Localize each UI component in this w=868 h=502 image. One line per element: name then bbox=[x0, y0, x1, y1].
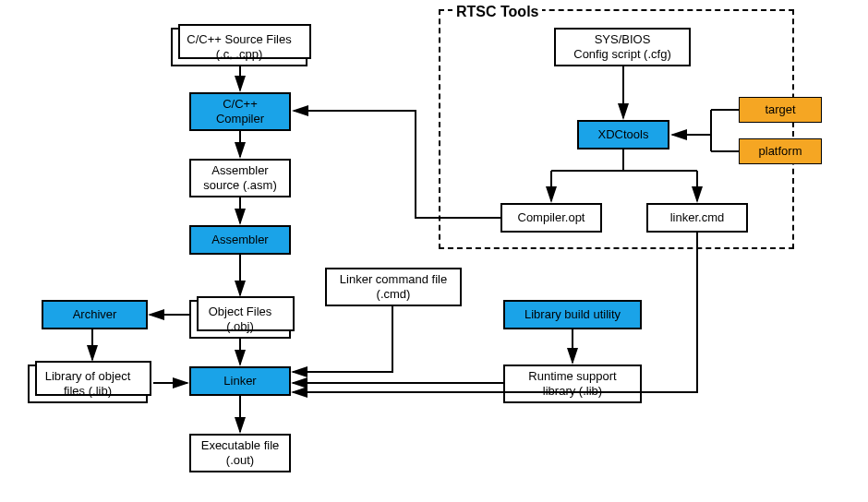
label: Library build utility bbox=[524, 307, 621, 322]
label: Library of object bbox=[45, 369, 131, 383]
label: Executable file bbox=[201, 438, 280, 452]
label: (.c, .cpp) bbox=[216, 47, 263, 61]
label: Compiler bbox=[216, 112, 264, 126]
label: library (.lib) bbox=[543, 384, 602, 398]
node-linker-cmd-file: Linker command file (.cmd) bbox=[325, 268, 462, 306]
node-executable: Executable file (.out) bbox=[189, 434, 291, 472]
node-source-files: C/C++ Source Files (.c, .cpp) bbox=[171, 28, 307, 66]
label: Config script (.cfg) bbox=[573, 47, 670, 61]
label: Compiler.opt bbox=[518, 210, 585, 225]
node-linker: Linker bbox=[189, 366, 291, 396]
label: linker.cmd bbox=[670, 210, 725, 225]
node-linker-cmd-out: linker.cmd bbox=[646, 203, 748, 233]
label: (.out) bbox=[226, 453, 254, 467]
label: Linker command file bbox=[340, 272, 447, 286]
node-runtime-lib: Runtime support library (.lib) bbox=[503, 365, 642, 403]
label: Assembler bbox=[211, 163, 268, 177]
node-compiler-opt: Compiler.opt bbox=[500, 203, 602, 233]
node-compiler: C/C++ Compiler bbox=[189, 92, 291, 131]
label: (.obj) bbox=[226, 319, 254, 333]
label: Linker bbox=[223, 374, 256, 388]
label: XDCtools bbox=[598, 127, 649, 142]
node-archiver: Archiver bbox=[42, 300, 148, 329]
label: Runtime support bbox=[528, 369, 616, 383]
rtsc-tools-title: RTSC Tools bbox=[452, 4, 542, 20]
label: platform bbox=[759, 144, 802, 159]
node-xdctools: XDCtools bbox=[577, 120, 669, 149]
label: C/C++ bbox=[223, 97, 258, 111]
node-platform: platform bbox=[739, 138, 822, 164]
node-lib-build: Library build utility bbox=[503, 300, 642, 329]
node-obj-lib: Library of object files (.lib) bbox=[28, 365, 148, 403]
label: C/C++ Source Files bbox=[187, 32, 291, 46]
label: (.cmd) bbox=[377, 287, 411, 301]
label: SYS/BIOS bbox=[595, 32, 651, 46]
node-assembler: Assembler bbox=[189, 225, 291, 255]
label: Assembler bbox=[211, 233, 268, 247]
label: Archiver bbox=[73, 307, 117, 322]
node-sysbios: SYS/BIOS Config script (.cfg) bbox=[554, 28, 691, 66]
label: files (.lib) bbox=[64, 384, 112, 398]
node-asm-source: Assembler source (.asm) bbox=[189, 159, 291, 197]
label: Object Files bbox=[209, 305, 272, 318]
node-object-files: Object Files (.obj) bbox=[189, 300, 291, 339]
label: source (.asm) bbox=[203, 178, 276, 192]
label: target bbox=[765, 102, 795, 117]
node-target: target bbox=[739, 97, 822, 123]
